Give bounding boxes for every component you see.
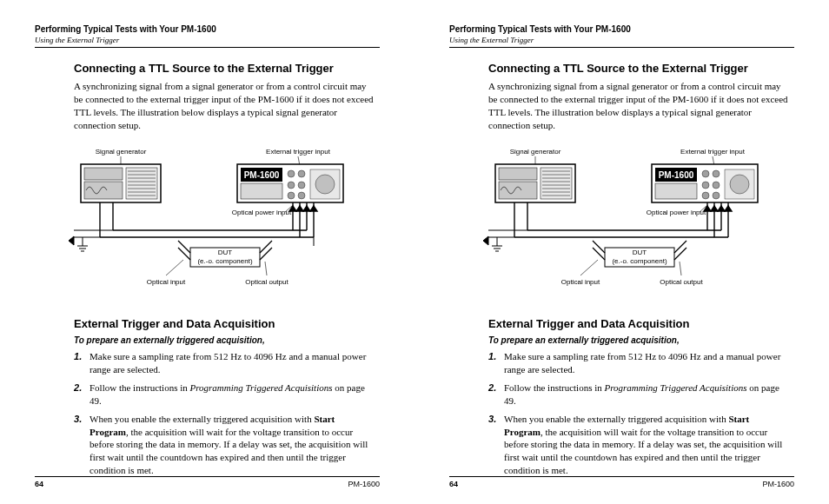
- step-3: When you enable the externally triggered…: [504, 413, 790, 477]
- svg-text:Optical output: Optical output: [660, 278, 703, 286]
- svg-marker-90: [725, 206, 732, 211]
- label-optical-output: Optical output: [245, 278, 288, 286]
- label-ext-trigger: External trigger input: [266, 148, 331, 156]
- page-right: Performing Typical Tests with Your PM-16…: [414, 0, 829, 504]
- label-optical-power: Optical power input: [232, 209, 292, 216]
- svg-line-47: [166, 260, 183, 275]
- running-subhead: Using the External Trigger: [35, 36, 380, 48]
- connection-diagram: Signal generator External trigger input …: [480, 143, 793, 300]
- label-dut-bottom: (e.-o. component): [197, 257, 252, 265]
- svg-point-20: [298, 192, 305, 199]
- svg-line-44: [260, 241, 272, 253]
- step-2: Follow the instructions in Programming T…: [504, 381, 790, 408]
- svg-text:DUT: DUT: [633, 249, 647, 256]
- step-2: Follow the instructions in Programming T…: [90, 381, 375, 408]
- svg-marker-87: [704, 206, 711, 211]
- svg-line-107: [680, 262, 681, 275]
- label-optical-input: Optical input: [147, 278, 186, 286]
- footer: 64 PM-1600: [35, 476, 380, 488]
- svg-line-101: [593, 248, 605, 260]
- svg-rect-68: [655, 183, 697, 199]
- ground-icon: [69, 230, 113, 251]
- section1-heading: Connecting a TTL Source to the External …: [488, 62, 790, 75]
- svg-marker-88: [711, 206, 718, 211]
- step-1: Make sure a sampling rate from 512 Hz to…: [90, 350, 375, 376]
- svg-marker-35: [310, 206, 317, 211]
- svg-point-73: [702, 192, 709, 199]
- svg-rect-4: [126, 168, 157, 199]
- svg-text:Optical power input: Optical power input: [647, 209, 706, 216]
- svg-point-19: [288, 192, 295, 199]
- svg-point-71: [702, 182, 709, 189]
- steps-list: Make sure a sampling rate from 512 Hz to…: [74, 350, 375, 477]
- svg-line-42: [178, 241, 190, 253]
- footer-doc: PM-1600: [762, 480, 794, 488]
- svg-line-102: [674, 241, 686, 253]
- label-dut-top: DUT: [218, 249, 233, 256]
- footer-doc: PM-1600: [348, 480, 380, 488]
- svg-point-18: [298, 182, 305, 189]
- svg-text:(e.-o. component): (e.-o. component): [612, 257, 667, 265]
- svg-point-72: [713, 182, 720, 189]
- svg-marker-32: [289, 206, 296, 211]
- step-1: Make sure a sampling rate from 512 Hz to…: [504, 350, 790, 376]
- connection-diagram: Signal generator External trigger input: [65, 143, 378, 300]
- section2-subhead: To prepare an externally triggered acqui…: [488, 335, 790, 345]
- step-3: When you enable the externally triggered…: [90, 413, 375, 477]
- svg-line-103: [674, 248, 686, 260]
- section1-body: A synchronizing signal from a signal gen…: [488, 80, 790, 131]
- page-number: 64: [35, 480, 43, 488]
- svg-text:Signal generator: Signal generator: [510, 148, 561, 156]
- page-number: 64: [449, 480, 458, 488]
- label-signal-generator: Signal generator: [96, 148, 147, 156]
- section2-heading: External Trigger and Data Acquisition: [74, 317, 375, 330]
- running-head: Performing Typical Tests with Your PM-16…: [449, 24, 794, 34]
- svg-point-22: [315, 175, 335, 194]
- svg-point-70: [713, 170, 720, 177]
- svg-marker-89: [718, 206, 725, 211]
- svg-line-43: [178, 248, 190, 260]
- label-pm1600: PM-1600: [244, 170, 280, 180]
- svg-rect-56: [541, 168, 572, 199]
- svg-line-45: [260, 248, 272, 260]
- svg-point-69: [702, 170, 709, 177]
- steps-list: Make sure a sampling rate from 512 Hz to…: [488, 350, 790, 477]
- running-subhead: Using the External Trigger: [449, 36, 794, 48]
- svg-line-100: [593, 241, 605, 253]
- svg-text:Optical input: Optical input: [561, 278, 600, 286]
- svg-text:PM-1600: PM-1600: [659, 170, 694, 180]
- svg-rect-54: [499, 168, 537, 180]
- svg-line-105: [580, 260, 598, 275]
- running-head: Performing Typical Tests with Your PM-16…: [35, 24, 380, 34]
- svg-text:External trigger input: External trigger input: [680, 148, 746, 156]
- svg-point-17: [288, 182, 295, 189]
- section2-subhead: To prepare an externally triggered acqui…: [74, 335, 375, 345]
- svg-point-74: [713, 192, 720, 199]
- svg-marker-34: [303, 206, 310, 211]
- svg-rect-14: [241, 183, 282, 199]
- svg-line-48: [265, 262, 267, 275]
- svg-rect-2: [84, 168, 123, 180]
- svg-rect-3: [84, 182, 123, 199]
- section1-heading: Connecting a TTL Source to the External …: [74, 62, 375, 75]
- svg-rect-55: [499, 182, 537, 199]
- svg-point-76: [730, 175, 749, 194]
- svg-marker-33: [296, 206, 303, 211]
- section1-body: A synchronizing signal from a signal gen…: [74, 80, 375, 131]
- section2-heading: External Trigger and Data Acquisition: [488, 317, 790, 330]
- svg-point-16: [298, 170, 305, 177]
- page-left: Performing Typical Tests with Your PM-16…: [0, 0, 414, 504]
- svg-point-15: [288, 170, 295, 177]
- footer: 64 PM-1600: [449, 476, 794, 488]
